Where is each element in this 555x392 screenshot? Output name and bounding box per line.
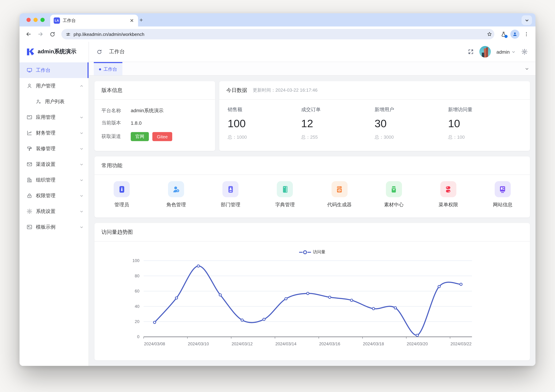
mail-icon (27, 161, 32, 167)
forward-button[interactable] (36, 29, 45, 39)
svg-text:60: 60 (135, 289, 139, 293)
user-avatar[interactable] (479, 46, 491, 58)
sidebar-item-2[interactable]: 用户列表 (20, 94, 88, 109)
sidebar-item-10[interactable]: 模板示例 (20, 219, 88, 235)
sidebar-item-6[interactable]: 渠道设置 (20, 156, 88, 172)
stat-1: 成交订单 12 总：255 (301, 107, 375, 140)
svg-text:80: 80 (135, 274, 139, 278)
svg-text:0: 0 (137, 334, 139, 339)
logo-k-icon (25, 47, 35, 56)
sidebar-item-5[interactable]: 装修管理 (20, 141, 88, 156)
reload-button[interactable] (47, 29, 57, 39)
function-1[interactable]: 角色管理 (149, 181, 203, 208)
channel-row: 获取渠道 官网 Gitee (102, 132, 208, 141)
codegen-icon (331, 181, 347, 197)
function-4[interactable]: 代码生成器 (312, 181, 366, 208)
sidebar-item-4[interactable]: 财务管理 (20, 125, 88, 141)
site-settings-icon[interactable] (66, 31, 71, 37)
settings-gear-icon[interactable] (521, 48, 528, 55)
function-5[interactable]: 素材中心 (366, 181, 421, 208)
browser-menu-icon[interactable] (522, 29, 531, 39)
user-icon (27, 83, 32, 89)
dict-icon (277, 181, 293, 197)
screen: LA 工作台 ✕ + php.like (0, 0, 555, 392)
stat-value: 100 (228, 117, 301, 130)
tab-search-button[interactable] (522, 15, 532, 25)
platform-name-row: 平台名称 admin系统演示 (102, 108, 208, 114)
tab-close-icon[interactable]: ✕ (129, 18, 135, 23)
notification-dot (504, 35, 508, 38)
chevron-down-icon (80, 178, 84, 182)
function-0[interactable]: 管理员 (95, 181, 149, 208)
browser-profile-icon[interactable] (510, 30, 519, 39)
url-text[interactable]: php.likeadmin.cn/admin/workbench (73, 31, 484, 37)
address-bar[interactable]: php.likeadmin.cn/admin/workbench (61, 29, 494, 39)
app-logo[interactable]: admin系统演示 (20, 42, 88, 62)
tabbar-dropdown-icon[interactable] (525, 62, 529, 75)
function-label: 管理员 (114, 202, 129, 208)
refresh-page-icon[interactable] (96, 49, 102, 55)
stat-total: 总：3000 (375, 134, 448, 140)
browser-toolbar: php.likeadmin.cn/admin/workbench (20, 27, 535, 42)
today-data-card: 今日数据 更新时间：2024-03-22 16:17:46 销售额 100 总：… (219, 81, 530, 151)
sidebar: admin系统演示 工作台用户管理用户列表应用管理财务管理装修管理渠道设置组织管… (20, 42, 89, 366)
browser-tab[interactable]: LA 工作台 ✕ (50, 15, 138, 27)
minimize-window-button[interactable] (33, 18, 38, 22)
sidebar-item-3[interactable]: 应用管理 (20, 109, 88, 125)
bookmark-star-icon[interactable] (487, 31, 492, 37)
stat-label: 销售额 (228, 107, 301, 113)
user-menu[interactable]: admin (497, 49, 516, 55)
chevron-down-icon (525, 18, 529, 22)
browser-window: LA 工作台 ✕ + php.like (20, 13, 535, 366)
maximize-window-button[interactable] (40, 18, 45, 22)
stat-total: 总：100 (448, 134, 522, 140)
page-tab-workbench[interactable]: 工作台 (94, 62, 122, 75)
svg-text:2024/03/08: 2024/03/08 (144, 341, 165, 346)
function-6[interactable]: 菜单权限 (421, 181, 475, 208)
legend-label: 访问量 (313, 249, 325, 255)
new-tab-button[interactable]: + (137, 16, 146, 25)
gitee-button[interactable]: Gitee (152, 132, 172, 141)
stat-label: 新增访问量 (448, 107, 522, 113)
fullscreen-icon[interactable] (468, 49, 474, 55)
close-window-button[interactable] (27, 18, 31, 22)
function-2[interactable]: 部门管理 (204, 181, 258, 208)
sidebar-item-8[interactable]: 权限管理 (20, 188, 88, 203)
app-icon (27, 114, 32, 120)
function-3[interactable]: 字典管理 (258, 181, 312, 208)
function-7[interactable]: 网站信息 (475, 181, 530, 208)
experiments-icon[interactable] (498, 29, 508, 39)
function-label: 角色管理 (166, 202, 186, 208)
svg-text:20: 20 (135, 319, 139, 324)
user-name: admin (497, 49, 510, 55)
svg-text:2024/03/16: 2024/03/16 (319, 341, 340, 346)
chart-legend[interactable]: 访问量 (95, 249, 530, 255)
sidebar-item-7[interactable]: 组织管理 (20, 172, 88, 188)
dept-icon (223, 181, 239, 197)
visits-line-chart: 0204060801002024/03/082024/03/102024/03/… (95, 255, 530, 353)
sidebar-item-label: 系统设置 (36, 208, 76, 214)
chevron-down-icon (80, 225, 84, 229)
official-site-button[interactable]: 官网 (131, 132, 149, 141)
sidebar-item-1[interactable]: 用户管理 (20, 78, 88, 94)
role-icon (168, 181, 184, 197)
chevron-down-icon (80, 146, 84, 151)
gear-icon (27, 208, 32, 214)
app-root: admin系统演示 工作台用户管理用户列表应用管理财务管理装修管理渠道设置组织管… (20, 42, 535, 366)
back-button[interactable] (24, 29, 33, 39)
function-label: 代码生成器 (327, 202, 351, 208)
sidebar-item-0[interactable]: 工作台 (20, 62, 88, 78)
sidebar-item-label: 应用管理 (36, 114, 76, 120)
updated-time: 更新时间：2024-03-22 16:17:46 (253, 87, 317, 93)
svg-text:100: 100 (132, 258, 139, 263)
row-value: admin系统演示 (131, 108, 163, 114)
version-info-card: 版本信息 平台名称 admin系统演示 当前版本 1.8.0 (95, 81, 215, 151)
template-icon (27, 224, 32, 230)
function-label: 部门管理 (221, 202, 240, 208)
sidebar-item-9[interactable]: 系统设置 (20, 203, 88, 219)
tie-icon (114, 181, 130, 197)
svg-text:2024/03/10: 2024/03/10 (188, 341, 209, 346)
sidebar-item-label: 工作台 (36, 67, 84, 73)
svg-text:2024/03/20: 2024/03/20 (407, 341, 428, 346)
chevron-up-icon (80, 84, 84, 88)
